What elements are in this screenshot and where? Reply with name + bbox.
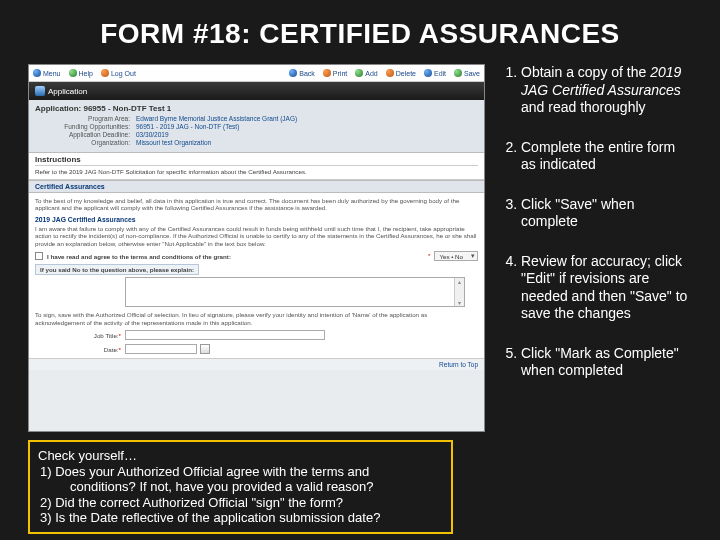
left-column: Menu Help Log Out Back Print Add Delete … — [28, 64, 485, 534]
callout-q2: 2) Did the correct Authorized Official "… — [38, 495, 443, 511]
add-icon — [355, 69, 363, 77]
step-3: Click "Save" when complete — [521, 196, 692, 231]
check-yourself-callout: Check yourself… 1) Does your Authorized … — [28, 440, 453, 534]
body-p1: To the best of my knowledge and belief, … — [35, 197, 478, 212]
step-1: Obtain a copy of the 2019 JAG Certified … — [521, 64, 692, 117]
app-title: Application: 96955 - Non-DTF Test 1 — [35, 104, 478, 113]
step-2: Complete the entire form as indicated — [521, 139, 692, 174]
callout-q3: 3) Is the Date reflective of the applica… — [38, 510, 443, 526]
kv-row: Organization:Missouri test Organization — [35, 139, 478, 146]
save-icon — [454, 69, 462, 77]
menu-save[interactable]: Save — [454, 69, 480, 77]
agree-select[interactable]: Yes • No — [434, 251, 478, 261]
jobtitle-row: Job Title:* — [35, 330, 478, 340]
edit-icon — [424, 69, 432, 77]
return-to-top[interactable]: Return to Top — [29, 358, 484, 370]
date-label: Date:* — [35, 346, 121, 353]
app-bar: Application — [29, 82, 484, 100]
instructions-body: Refer to the 2019 JAG Non-DTF Solicitati… — [35, 168, 478, 175]
body-p2: I am aware that failure to comply with a… — [35, 225, 478, 247]
instructions-panel: Instructions Refer to the 2019 JAG Non-D… — [29, 153, 484, 180]
callout-head: Check yourself… — [38, 448, 443, 464]
content-row: Menu Help Log Out Back Print Add Delete … — [28, 64, 692, 534]
date-input[interactable] — [125, 344, 197, 354]
delete-icon — [386, 69, 394, 77]
body-sub: 2019 JAG Certified Assurances — [35, 216, 478, 223]
logout-icon — [101, 69, 109, 77]
menu-print[interactable]: Print — [323, 69, 347, 77]
app-icon — [35, 86, 45, 96]
kv-row: Funding Opportunities:96951 - 2019 JAG -… — [35, 123, 478, 130]
explain-label: If you said No to the question above, pl… — [35, 264, 199, 275]
menu-edit[interactable]: Edit — [424, 69, 446, 77]
scroll-up-icon[interactable]: ▴ — [458, 278, 461, 285]
menu-delete[interactable]: Delete — [386, 69, 416, 77]
app-screenshot: Menu Help Log Out Back Print Add Delete … — [28, 64, 485, 432]
steps-list: Obtain a copy of the 2019 JAG Certified … — [499, 64, 692, 380]
app-bar-label: Application — [48, 87, 87, 96]
section-header: Certified Assurances — [29, 180, 484, 193]
kv-row: Program Area:Edward Byrne Memorial Justi… — [35, 115, 478, 122]
agree-label: I have read and agree to the terms and c… — [47, 253, 231, 260]
body-p3: To sign, save with the Authorized Offici… — [35, 311, 478, 326]
menubar: Menu Help Log Out Back Print Add Delete … — [29, 65, 484, 82]
help-icon — [69, 69, 77, 77]
menu-home[interactable]: Menu — [33, 69, 61, 77]
callout-q1a: 1) Does your Authorized Official agree w… — [38, 464, 443, 480]
instructions-heading: Instructions — [35, 155, 478, 166]
scroll-down-icon[interactable]: ▾ — [458, 299, 461, 306]
jobtitle-label: Job Title:* — [35, 332, 121, 339]
explain-row: If you said No to the question above, pl… — [35, 264, 478, 307]
app-detail: Application: 96955 - Non-DTF Test 1 Prog… — [29, 100, 484, 153]
form-body: To the best of my knowledge and belief, … — [29, 193, 484, 358]
print-icon — [323, 69, 331, 77]
menu-add[interactable]: Add — [355, 69, 377, 77]
step-5: Click "Mark as Complete" when completed — [521, 345, 692, 380]
menu-logout[interactable]: Log Out — [101, 69, 136, 77]
agree-row: I have read and agree to the terms and c… — [35, 251, 478, 261]
callout-q1b: conditions? If not, have you provided a … — [38, 479, 443, 495]
agree-checkbox[interactable] — [35, 252, 43, 260]
menu-back[interactable]: Back — [289, 69, 315, 77]
home-icon — [33, 69, 41, 77]
back-icon — [289, 69, 297, 77]
date-row: Date:* — [35, 344, 478, 354]
jobtitle-input[interactable] — [125, 330, 325, 340]
scrollbar[interactable]: ▴▾ — [454, 278, 464, 306]
explain-textarea[interactable]: ▴▾ — [125, 277, 465, 307]
menu-help[interactable]: Help — [69, 69, 93, 77]
step-4: Review for accuracy; click "Edit" if rev… — [521, 253, 692, 323]
calendar-icon[interactable] — [200, 344, 210, 354]
page-title: FORM #18: CERTIFIED ASSURANCES — [28, 18, 692, 50]
steps-column: Obtain a copy of the 2019 JAG Certified … — [499, 64, 692, 534]
kv-row: Application Deadline:03/30/2019 — [35, 131, 478, 138]
